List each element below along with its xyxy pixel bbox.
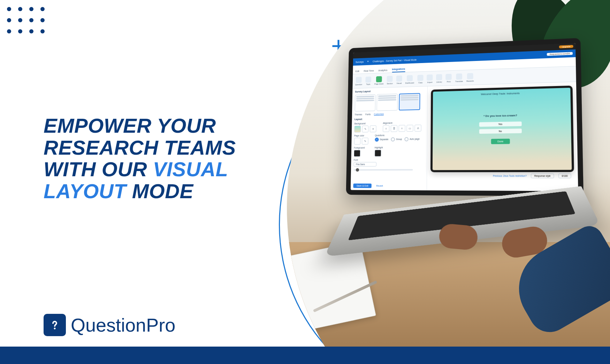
bg-delete-icon[interactable]: ✕: [370, 125, 376, 132]
ribbon-import[interactable]: Import: [427, 74, 433, 83]
opt-separate[interactable]: Separate: [375, 137, 388, 141]
save-button[interactable]: Save & Exit: [353, 184, 372, 188]
preview-done-button[interactable]: Done: [491, 139, 510, 144]
ribbon-dashboard[interactable]: Dashboard: [405, 75, 414, 84]
logo-mark-icon: [44, 314, 66, 336]
fg-label: Foreground: [354, 147, 365, 149]
layout-card-1[interactable]: [354, 94, 375, 111]
upgrade-pill[interactable]: Upgrade: [559, 45, 573, 48]
tab-edit[interactable]: Edit: [356, 70, 359, 74]
opt-group[interactable]: Group: [391, 137, 402, 141]
preview-option-yes[interactable]: Yes: [479, 122, 522, 127]
bg-label: Background: [354, 122, 376, 125]
tab-analytics[interactable]: Analytics: [378, 69, 387, 73]
page-color-label: Page color: [354, 134, 368, 137]
hero-photo: Upgrade Surveys ▾ Challenges - Survey Se…: [268, 0, 610, 347]
pagecolor-pick-icon[interactable]: ✎: [362, 138, 368, 145]
preview-title: Welcome! Deep Trade: Instruments: [433, 91, 570, 97]
left-panel: Survey Layout Themes Fonts Customize Lay…: [351, 86, 428, 191]
tab-realtime[interactable]: Real Time: [364, 69, 374, 73]
ribbon-section[interactable]: Section: [387, 76, 393, 84]
align-label: Alignment: [383, 121, 421, 124]
app-screenshot: Upgrade Surveys ▾ Challenges - Survey Se…: [351, 43, 578, 191]
survey-layout-title: Survey Layout: [355, 88, 425, 93]
align-none-icon[interactable]: ⊘: [414, 125, 421, 132]
survey-preview: Welcome! Deep Trade: Instruments * Do yo…: [430, 86, 574, 172]
footer-stripe: [0, 347, 610, 364]
general-layout-label: Layout:: [354, 117, 425, 121]
subtab-fonts[interactable]: Fonts: [365, 113, 371, 116]
subtab-customize[interactable]: Customize: [374, 113, 384, 116]
bg-thumb[interactable]: [354, 126, 361, 133]
headline-line1: EMPOWER YOUR: [44, 114, 216, 137]
ribbon-copy[interactable]: Copy: [418, 75, 424, 84]
revert-button[interactable]: Revert: [374, 184, 386, 188]
bg-edit-icon[interactable]: ✎: [362, 125, 368, 132]
svg-point-0: [54, 328, 56, 330]
layout-card-3[interactable]: [399, 93, 420, 110]
url-box[interactable]: thequestions.com/24: [547, 52, 573, 56]
font-label: Font: [354, 158, 424, 161]
layout-card-2[interactable]: [376, 94, 398, 111]
nav-surveys[interactable]: Surveys: [356, 61, 364, 63]
dot-grid: [7, 7, 47, 36]
footer-counter: 0/100: [558, 173, 571, 178]
align-center-icon[interactable]: ≣: [391, 125, 397, 132]
fg-swatch[interactable]: [354, 150, 360, 157]
laptop: Upgrade Surveys ▾ Challenges - Survey Se…: [342, 42, 593, 251]
hl-swatch[interactable]: [374, 150, 381, 157]
headline-line3b: VISUAL: [153, 158, 228, 180]
font-select[interactable]: Fira Sans: [353, 162, 376, 166]
ribbon-rewards[interactable]: Rewards: [466, 73, 474, 82]
headline-line4a: LAYOUT: [44, 180, 126, 202]
logo-text: QuestionPro: [71, 314, 175, 336]
preview-option-no[interactable]: No: [479, 129, 522, 134]
subtab-themes[interactable]: Themes: [354, 113, 362, 116]
questions-label: Questions: [375, 133, 419, 137]
laptop-screen: Upgrade Surveys ▾ Challenges - Survey Se…: [346, 38, 584, 196]
ribbon-pagebreak[interactable]: Page break: [374, 76, 383, 85]
opt-autopage[interactable]: Auto page: [405, 137, 420, 141]
ribbon-topic[interactable]: Topic: [365, 76, 371, 85]
headline-line2: RESEARCH TEAMS: [44, 136, 236, 159]
logo: QuestionPro: [44, 314, 175, 336]
preview-question: * Do you love ice-cream?: [433, 113, 571, 119]
footer-link[interactable]: Previous: Zeus Tools restriction?: [493, 175, 527, 177]
headline: EMPOWER YOUR RESEARCH TEAMS WITH OUR VIS…: [44, 115, 267, 202]
ribbon-library[interactable]: Library: [436, 74, 442, 83]
footer-response-style[interactable]: Response style: [531, 173, 554, 178]
canvas: Welcome! Deep Trade: Instruments * Do yo…: [427, 82, 578, 191]
align-stretch-icon[interactable]: ▭: [406, 125, 413, 132]
hl-label: Highlight: [375, 146, 383, 149]
ribbon-visual[interactable]: Visual: [396, 75, 402, 84]
headline-line3a: WITH OUR: [44, 158, 153, 180]
ribbon-print[interactable]: Print: [446, 73, 452, 83]
headline-line4b: MODE: [126, 180, 193, 202]
ribbon-question[interactable]: Question: [355, 77, 363, 85]
align-left-icon[interactable]: ≡: [383, 125, 389, 132]
tab-integrations[interactable]: Integrations: [392, 68, 405, 72]
pagecolor-svc-icon[interactable]: [354, 138, 361, 145]
font-size-slider[interactable]: [353, 169, 413, 170]
align-right-icon[interactable]: ≡: [398, 125, 405, 132]
ribbon-translate[interactable]: Translate: [455, 73, 463, 82]
